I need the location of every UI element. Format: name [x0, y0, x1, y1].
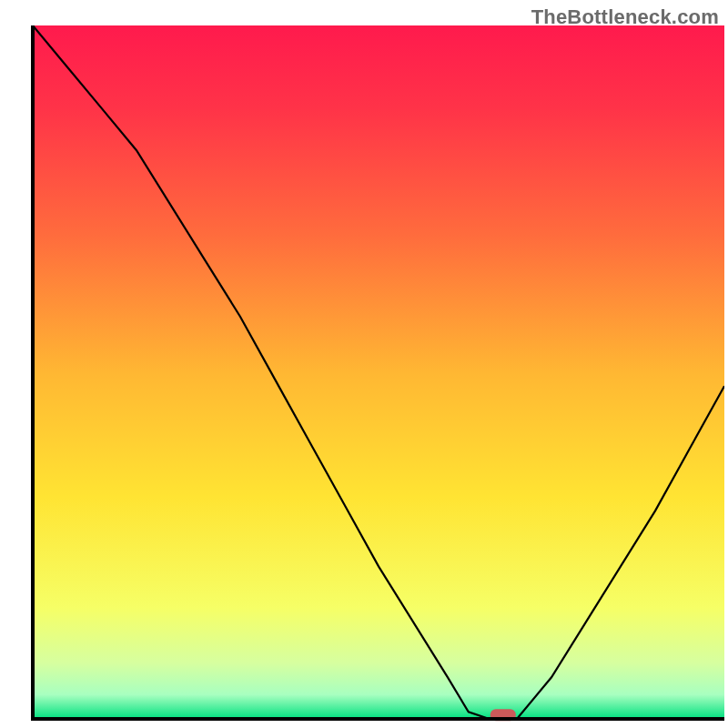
bottleneck-chart — [0, 0, 728, 728]
gradient-background — [33, 25, 724, 719]
chart-stage: TheBottleneck.com — [0, 0, 728, 728]
